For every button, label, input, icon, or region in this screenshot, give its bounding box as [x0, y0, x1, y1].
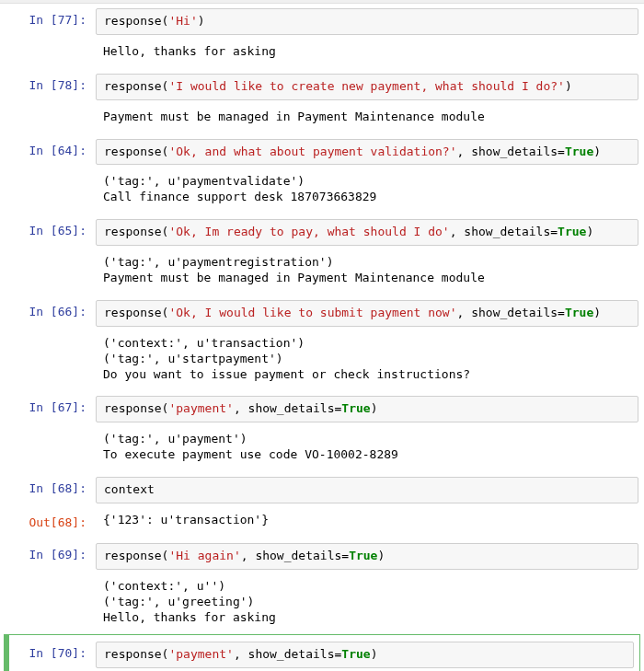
code-token: 'I would like to create new payment, wha…	[168, 79, 564, 93]
output-cell: ('tag:', u'paymentvalidate') Call financ…	[0, 169, 644, 214]
output-line: ('context:', u'transaction')	[103, 336, 305, 350]
result-output: {'123': u'transaction'}	[96, 511, 638, 530]
code-token: 'Ok, and what about payment validation?'	[168, 145, 456, 158]
output-line: ('context:', u'')	[103, 579, 225, 593]
code-input[interactable]: response('Ok, I would like to submit pay…	[96, 300, 638, 327]
code-token: )	[565, 79, 572, 93]
code-cell[interactable]: In [64]:response('Ok, and what about pay…	[0, 134, 644, 170]
output-line: Call finance support desk 187073663829	[103, 190, 376, 203]
code-cell[interactable]: In [65]:response('Ok, Im ready to pay, w…	[0, 214, 644, 250]
input-prompt: In [77]:	[0, 8, 96, 29]
code-token: )	[593, 306, 601, 319]
stdout-output: ('tag:', u'paymentvalidate') Call financ…	[96, 172, 638, 207]
input-prompt: In [68]:	[0, 477, 96, 497]
code-token: response(	[104, 14, 168, 28]
code-input[interactable]: response('payment', show_details=True)	[96, 396, 638, 422]
code-token: 'payment'	[168, 401, 233, 415]
output-prompt-empty	[0, 172, 96, 184]
output-line: ('tag:', u'paymentregistration')	[103, 255, 333, 269]
code-cell[interactable]: In [77]:response('Hi')	[0, 4, 644, 40]
input-prompt: In [69]:	[0, 543, 96, 563]
code-cell[interactable]: In [67]:response('payment', show_details…	[0, 391, 644, 427]
code-token: True	[565, 306, 593, 319]
output-line: Do you want to issue payment or check in…	[103, 367, 470, 381]
code-token: response(	[104, 647, 168, 661]
output-prompt-empty	[0, 430, 96, 442]
output-line: ('tag:', u'paymentvalidate')	[103, 174, 305, 188]
code-cell[interactable]: In [68]:context	[0, 472, 644, 508]
code-token: True	[341, 401, 370, 415]
code-token: )	[586, 225, 593, 238]
code-token: 'Hi again'	[168, 549, 240, 562]
output-line: To execute payment use code VO-10002-828…	[103, 447, 398, 461]
code-token: , show_details=	[241, 549, 349, 562]
output-cell: Hello, thanks for asking	[0, 40, 644, 69]
code-token: response(	[104, 145, 168, 158]
code-input[interactable]: response('Hi again', show_details=True)	[96, 543, 638, 570]
result-cell: Out[68]:{'123': u'transaction'}	[0, 508, 644, 538]
code-input[interactable]: response('Ok, Im ready to pay, what shou…	[96, 219, 638, 246]
code-token: True	[565, 145, 593, 158]
input-prompt: In [66]:	[0, 300, 96, 320]
code-token: 'Hi'	[168, 14, 197, 28]
code-token: True	[558, 225, 586, 238]
code-token: response(	[104, 79, 168, 93]
code-input[interactable]: response('payment', show_details=True)	[96, 642, 634, 668]
output-line: ('tag:', u'greeting')	[103, 595, 254, 608]
code-token: , show_details=	[234, 401, 341, 415]
code-cell[interactable]: In [66]:response('Ok, I would like to su…	[0, 295, 644, 331]
output-prompt-empty	[0, 42, 96, 54]
output-cell: ('tag:', u'paymentregistration') Payment…	[0, 250, 644, 295]
stdout-output: ('tag:', u'paymentregistration') Payment…	[96, 253, 638, 288]
code-cell[interactable]: In [78]:response('I would like to create…	[0, 69, 644, 105]
code-token: , show_details=	[450, 225, 558, 238]
output-prompt: Out[68]:	[0, 511, 96, 531]
code-token: response(	[104, 225, 168, 238]
output-prompt-empty	[0, 334, 96, 346]
output-line: Hello, thanks for asking	[103, 610, 276, 624]
stdout-output: ('context:', u'transaction') ('tag:', u'…	[96, 334, 638, 385]
code-input[interactable]: response('Ok, and what about payment val…	[96, 139, 638, 166]
stdout-output: ('context:', u'') ('tag:', u'greeting') …	[96, 577, 638, 628]
code-token: , show_details=	[457, 145, 565, 158]
code-token: response(	[104, 306, 168, 319]
code-token: True	[349, 549, 377, 562]
code-token: True	[341, 647, 370, 661]
code-cell[interactable]: In [70]:response('payment', show_details…	[9, 637, 639, 671]
code-cell[interactable]: In [69]:response('Hi again', show_detail…	[0, 538, 644, 574]
code-token: )	[371, 401, 378, 415]
output-line: ('tag:', u'startpayment')	[103, 352, 283, 365]
output-cell: ('context:', u'transaction') ('tag:', u'…	[0, 331, 644, 392]
input-prompt: In [65]:	[0, 219, 96, 239]
code-input[interactable]: context	[96, 477, 638, 503]
stdout-output: Hello, thanks for asking	[96, 42, 638, 62]
code-token: 'Ok, Im ready to pay, what should I do'	[168, 225, 449, 238]
selected-cell[interactable]: In [70]:response('payment', show_details…	[4, 634, 640, 671]
output-prompt-empty	[0, 253, 96, 265]
code-token: )	[377, 549, 385, 562]
code-token: , show_details=	[457, 306, 565, 319]
code-input[interactable]: response('Hi')	[96, 8, 638, 35]
notebook-body: In [77]:response('Hi')Hello, thanks for …	[0, 4, 644, 671]
code-token: )	[593, 145, 601, 158]
output-line: Hello, thanks for asking	[103, 44, 276, 58]
code-token: )	[198, 14, 205, 28]
output-prompt-empty	[0, 577, 96, 589]
code-token: response(	[104, 549, 168, 562]
code-input[interactable]: response('I would like to create new pay…	[96, 74, 638, 100]
code-token: , show_details=	[234, 647, 341, 661]
stdout-output: Payment must be managed in Payment Maint…	[96, 108, 638, 127]
output-cell: ('context:', u'') ('tag:', u'greeting') …	[0, 574, 644, 635]
code-token: 'Ok, I would like to submit payment now'	[168, 306, 456, 319]
output-cell: Payment must be managed in Payment Maint…	[0, 105, 644, 134]
output-line: Payment must be managed in Payment Maint…	[103, 271, 485, 284]
code-token: )	[371, 647, 378, 661]
stdout-output: ('tag:', u'payment') To execute payment …	[96, 430, 638, 465]
output-line: Payment must be managed in Payment Maint…	[103, 110, 485, 123]
code-token: 'payment'	[168, 647, 233, 661]
output-line: ('tag:', u'payment')	[103, 432, 247, 445]
code-token: context	[104, 482, 155, 496]
output-prompt-empty	[0, 108, 96, 120]
input-prompt: In [78]:	[0, 74, 96, 94]
output-cell: ('tag:', u'payment') To execute payment …	[0, 427, 644, 472]
